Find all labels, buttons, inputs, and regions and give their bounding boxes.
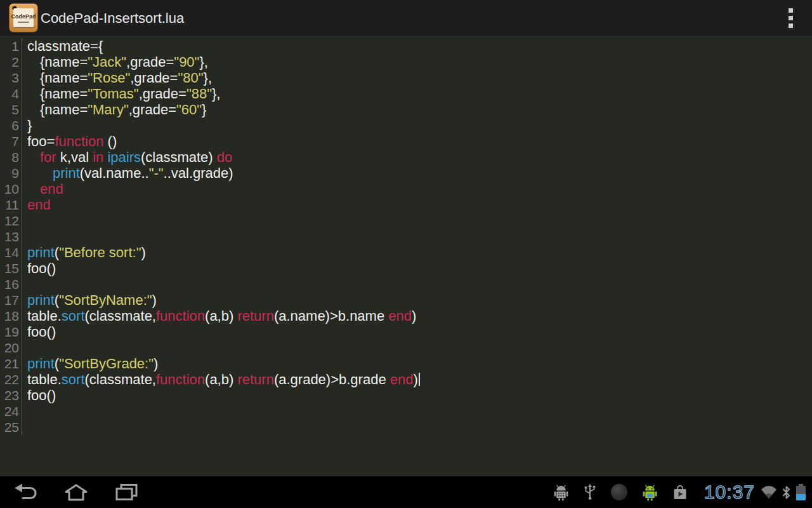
code-text[interactable]: {name="Jack",grade="90"},	[22, 54, 208, 70]
code-text[interactable]: foo()	[22, 324, 56, 340]
action-bar: CodePad CodePad-Insertsort.lua	[0, 0, 812, 37]
back-button[interactable]	[11, 476, 39, 508]
code-token: for	[40, 149, 56, 165]
code-text[interactable]: {name="Rose",grade="80"},	[22, 70, 212, 86]
code-text[interactable]: table.sort(classmate,function(a,b) retur…	[22, 371, 420, 387]
code-line[interactable]: 2 {name="Jack",grade="90"},	[0, 54, 812, 70]
code-text[interactable]: end	[22, 181, 63, 197]
status-tray[interactable]: 10:37	[553, 476, 806, 508]
code-token: foo=	[27, 133, 55, 149]
home-button[interactable]	[62, 476, 90, 508]
code-text[interactable]	[22, 403, 27, 419]
code-line[interactable]: 23foo()	[0, 387, 812, 403]
window-title: CodePad-Insertsort.lua	[41, 0, 184, 36]
code-line[interactable]: 3 {name="Rose",grade="80"},	[0, 70, 812, 86]
code-text[interactable]	[22, 276, 27, 292]
code-text[interactable]: {name="Tomas",grade="88"},	[22, 86, 220, 102]
line-number: 17	[0, 292, 22, 308]
code-token: )	[152, 292, 157, 308]
code-editor[interactable]: 1classmate={2 {name="Jack",grade="90"},3…	[0, 37, 812, 476]
overflow-menu-icon	[789, 23, 793, 28]
line-number: 5	[0, 102, 22, 117]
code-line[interactable]: 13	[0, 229, 812, 244]
code-token: "90"	[174, 54, 199, 70]
code-line[interactable]: 4 {name="Tomas",grade="88"},	[0, 86, 812, 102]
code-token: )	[141, 244, 145, 260]
code-token: )	[412, 308, 416, 324]
code-text[interactable]	[22, 340, 27, 356]
code-line[interactable]: 15foo()	[0, 260, 812, 276]
line-number: 19	[0, 324, 22, 340]
code-text[interactable]: {name="Mary",grade="60"}	[22, 102, 206, 117]
code-token: )	[413, 371, 417, 387]
line-number: 7	[0, 133, 22, 149]
code-text[interactable]: print("Before sort:")	[22, 244, 146, 260]
code-token: ,grade=	[139, 86, 187, 102]
code-text[interactable]	[22, 213, 27, 229]
code-text[interactable]: print("SortByName:")	[22, 292, 157, 308]
code-line[interactable]: 17print("SortByName:")	[0, 292, 812, 308]
line-number: 15	[0, 260, 22, 276]
code-token: foo()	[27, 260, 56, 276]
code-token: classmate={	[27, 38, 103, 54]
code-token: end	[388, 308, 412, 324]
line-number: 9	[0, 165, 22, 181]
android-app-icon	[642, 484, 658, 501]
code-text[interactable]: end	[22, 197, 51, 213]
code-line[interactable]: 5 {name="Mary",grade="60"}	[0, 102, 812, 117]
code-line[interactable]: 20	[0, 340, 812, 356]
code-token: do	[217, 149, 232, 165]
battery-level	[796, 486, 806, 500]
code-line[interactable]: 18table.sort(classmate,function(a,b) ret…	[0, 308, 812, 324]
line-number: 20	[0, 340, 22, 356]
code-token: sort	[62, 308, 85, 324]
clock: 10:37	[704, 476, 755, 508]
code-text[interactable]: }	[22, 117, 32, 133]
code-text[interactable]: print(val.name.."-"..val.grade)	[22, 165, 233, 181]
code-line[interactable]: 24	[0, 403, 812, 419]
line-number: 21	[0, 356, 22, 371]
code-text[interactable]: foo()	[22, 260, 56, 276]
code-line[interactable]: 22table.sort(classmate,function(a,b) ret…	[0, 371, 812, 387]
line-number: 22	[0, 371, 22, 387]
code-token: "80"	[178, 70, 203, 86]
code-line[interactable]: 7foo=function ()	[0, 133, 812, 149]
code-text[interactable]	[22, 229, 27, 244]
code-line[interactable]: 25	[0, 419, 812, 435]
code-text[interactable]: table.sort(classmate,function(a,b) retur…	[22, 308, 416, 324]
code-token: (a,b)	[205, 371, 237, 387]
code-text[interactable]	[22, 419, 27, 435]
code-line[interactable]: 14print("Before sort:")	[0, 244, 812, 260]
code-token: (classmate)	[141, 149, 217, 165]
code-line[interactable]: 8 for k,val in ipairs(classmate) do	[0, 149, 812, 165]
code-line[interactable]: 1classmate={	[0, 38, 812, 54]
overflow-menu-button[interactable]	[784, 0, 797, 36]
code-token: (a.grade)>b.grade	[274, 371, 390, 387]
code-token: (classmate,	[85, 308, 156, 324]
code-token: return	[237, 371, 273, 387]
code-line[interactable]: 10 end	[0, 181, 812, 197]
overflow-menu-icon	[789, 16, 793, 20]
line-number: 10	[0, 181, 22, 197]
code-token: function	[55, 133, 103, 149]
code-line[interactable]: 6}	[0, 117, 812, 133]
code-text[interactable]: classmate={	[22, 38, 103, 54]
code-line[interactable]: 16	[0, 276, 812, 292]
code-text[interactable]: foo=function ()	[22, 133, 117, 149]
code-token: "SortByName:"	[59, 292, 152, 308]
code-text[interactable]: foo()	[22, 387, 56, 403]
app-icon[interactable]: CodePad	[9, 3, 38, 32]
code-line[interactable]: 19foo()	[0, 324, 812, 340]
code-line[interactable]: 9 print(val.name.."-"..val.grade)	[0, 165, 812, 181]
code-text[interactable]: print("SortByGrade:")	[22, 356, 158, 371]
line-number: 23	[0, 387, 22, 403]
recents-button[interactable]	[113, 476, 141, 508]
code-text[interactable]: for k,val in ipairs(classmate) do	[22, 149, 232, 165]
code-token: },	[204, 70, 212, 86]
code-line[interactable]: 11end	[0, 197, 812, 213]
code-token: end	[27, 197, 51, 213]
code-line[interactable]: 12	[0, 213, 812, 229]
battery-icon	[796, 484, 806, 500]
wifi-icon	[760, 485, 778, 500]
code-line[interactable]: 21print("SortByGrade:")	[0, 356, 812, 371]
